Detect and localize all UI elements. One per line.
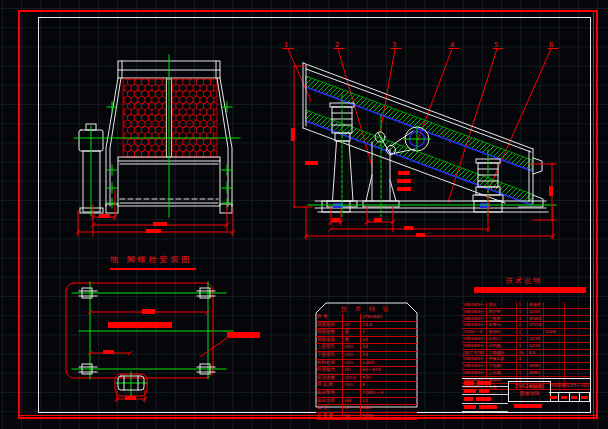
table-cell [342,390,360,397]
table-cell: 380 [360,405,417,412]
table-cell: HT200 [527,322,543,328]
table-cell: mm [342,360,360,367]
table-cell: YAB46DH—11 [462,316,486,322]
table-row: YAB46DH—12防护罩1Q235 [462,309,590,316]
callout-number: 4 [450,41,455,49]
table-cell: 2 [360,329,417,336]
table-cell: YAB46DH—13 [462,302,486,308]
table-cell: mm [342,382,360,389]
tech-notes-underline-bar [474,287,586,293]
table-cell: Q235 [527,336,543,342]
tech-table-header: 技 术 特 征 [316,303,417,314]
table-cell: 给料粒度 [316,360,342,367]
table-cell [564,309,590,315]
table-cell: 电机功率 [316,398,342,405]
title-block-signature-grid [462,379,508,412]
table-cell [527,356,543,362]
title-block-red-bar [514,404,542,408]
table-cell: 双 振 幅 [316,382,342,389]
cad-drawing-canvas[interactable]: 1 2 3 4 5 6 [0,0,608,429]
table-cell: t/h [342,367,360,374]
table-cell: 4 [516,356,526,362]
table-row: 下层筛孔mm13 [316,352,417,360]
table-cell: 1 [516,309,526,315]
callout-number: 1 [284,41,288,49]
table-cell: 处理能力 [316,367,342,374]
table-row: 给料粒度mm≤400 [316,360,417,368]
table-cell: mm [342,344,360,351]
table-cell: mm [342,352,360,359]
table-cell: 下筛网 [486,363,516,369]
anchor-plan-title: 地 脚螺栓安装图 [110,254,193,265]
table-cell: 60—810 [360,367,417,374]
screen-mesh-right [172,79,217,157]
callout-number: 6 [549,41,554,49]
table-row: YAB46DH—07进料箱1Q235 [462,343,590,350]
table-cell: 4 [516,316,526,322]
table-cell: 22 [360,398,417,405]
table-cell: 22kW [543,329,564,335]
table-cell: 度 [342,337,360,344]
table-row: Y180L—4电动机122kW [462,329,590,336]
table-cell: 底架 [486,302,516,308]
table-cell: B2800 [527,316,543,322]
table-cell [342,314,360,321]
table-row: YAB46DH—04下筛网165Mn [462,363,590,370]
table-cell: 振动次数 [316,375,342,382]
table-cell: Q235 [527,309,543,315]
table-cell: YAB46DH—10 [462,322,486,328]
table-cell: 进料箱 [486,343,516,349]
table-cell: 电动机 [486,329,516,335]
table-cell: 筛面倾角 [316,337,342,344]
table-cell: ≤400 [360,360,417,367]
parts-list-table: YAB46DH—13底架1焊接件YAB46DH—12防护罩1Q235YAB46D… [462,302,590,378]
tech-table-rows: 型 号2YA2460筛面面积m²14.4筛面层数层2筛面倾角度20上层筛孔mm5… [316,314,417,420]
table-cell [527,329,543,335]
table-cell: YAB46DH—12 [462,309,486,315]
table-cell [543,316,564,322]
table-cell: 970 [360,375,417,382]
table-cell: 焊接件 [527,302,543,308]
table-cell: 8 [360,382,417,389]
table-cell: 1 [516,343,526,349]
drawing-number: YAB46DH—00 [549,379,590,393]
table-cell: 1 [516,370,526,376]
table-cell: 电机型号 [316,390,342,397]
table-cell: 16 [516,350,526,356]
table-cell: V [342,405,360,412]
table-cell: 50 [360,344,417,351]
table-cell [564,350,590,356]
anchor-plan-title-underline [110,268,196,270]
table-row: 电机功率kW22 [316,398,417,406]
table-cell [564,329,590,335]
table-cell: 2 [516,322,526,328]
table-cell [564,343,590,349]
table-cell: kW [342,398,360,405]
table-cell: r/min [342,375,360,382]
table-cell [564,363,590,369]
table-cell: 层 [342,329,360,336]
table-cell [543,363,564,369]
table-row: YAB46DH—13底架1焊接件 [462,302,590,309]
tech-notes-title: 技术说明 [506,276,542,286]
table-row: 电 压V380 [316,405,417,413]
table-cell: 2YA2460 [360,314,417,321]
table-row: 双 振 幅mm8 [316,382,417,390]
table-cell: 上筛网 [486,370,516,376]
callout-number: 5 [494,41,498,49]
table-cell: Y180L—4 [462,329,486,335]
table-cell [543,370,564,376]
table-row: YAB46DH—03上筛网165Mn [462,370,590,377]
table-cell: 型 号 [316,314,342,321]
table-row: 上层筛孔mm50 [316,344,417,352]
table-cell: 1 [516,336,526,342]
table-cell: m² [342,322,360,329]
table-cell [564,370,590,376]
product-name: 圆振动筛 [509,390,550,397]
table-cell: 三角带 [486,316,516,322]
table-cell: 电 压 [316,405,342,412]
table-cell: 9280 [360,413,417,420]
table-cell [564,356,590,362]
table-row: 型 号2YA2460 [316,314,417,322]
table-cell: 1 [516,363,526,369]
